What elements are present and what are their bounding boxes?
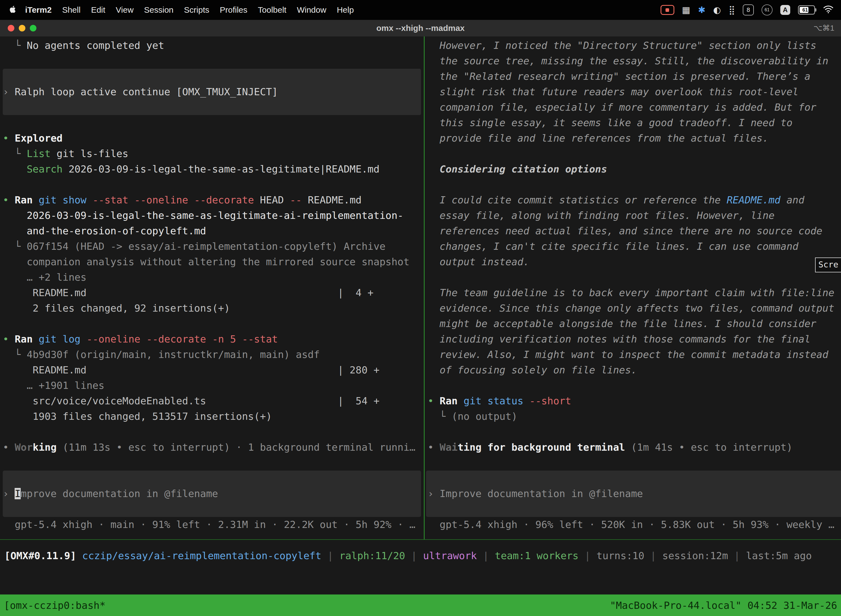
terminal-line — [3, 177, 424, 192]
terminal-line: However, I noticed the "Directory Struct… — [428, 38, 841, 53]
terminal-line — [428, 378, 841, 393]
terminal-line — [3, 471, 424, 486]
terminal-line: Considering citation options — [428, 161, 841, 177]
terminal-line: changes, I can't cite specific file line… — [428, 239, 841, 254]
window-shortcut: ⌥⌘1 — [813, 20, 834, 37]
terminal-line: review. Also, I might want to inspect th… — [428, 347, 841, 362]
terminal-line — [428, 270, 841, 285]
terminal-line: • Ran git status --short — [428, 393, 841, 409]
terminal-line: 2 files changed, 92 insertions(+) — [3, 301, 424, 316]
terminal-line — [3, 115, 424, 131]
tmux-host-clock: "MacBook-Pro-44.local" 04:52 31-Mar-26 — [610, 600, 837, 611]
battery-badge-icon[interactable]: 61 — [762, 4, 772, 15]
dots-grid-icon[interactable]: ⣿ — [729, 5, 735, 15]
terminal-line — [428, 502, 841, 517]
terminal-line: └ List git ls-files — [3, 146, 424, 161]
menu-bar-items: iTerm2 Shell Edit View Session Scripts P… — [0, 5, 359, 15]
terminal-line: └ 4b9d30f (origin/main, instructkr/main,… — [3, 347, 424, 362]
terminal-line: › Improve documentation in @filename — [3, 486, 424, 502]
window-title: omx --xhigh --madmax — [0, 20, 841, 37]
terminal-line: I could cite commit statistics or refere… — [428, 192, 841, 208]
terminal-line: might be acceptable alongside the file l… — [428, 316, 841, 331]
terminal-area: └ No agents completed yet› Ralph loop ac… — [0, 37, 841, 594]
terminal-line: provide file and line references from th… — [428, 131, 841, 146]
input-source-icon[interactable]: A — [780, 5, 790, 15]
left-pane[interactable]: └ No agents completed yet› Ralph loop ac… — [0, 37, 424, 539]
terminal-line: └ (no output) — [428, 409, 841, 424]
terminal-line — [428, 424, 841, 440]
screen: iTerm2 Shell Edit View Session Scripts P… — [0, 0, 841, 616]
menu-item-shell[interactable]: Shell — [62, 5, 81, 15]
omx-status-line: [OMX#0.11.9] cczip/essay/ai-reimplementa… — [0, 548, 841, 563]
right-pane[interactable]: However, I noticed the "Directory Struct… — [425, 37, 841, 539]
terminal-line — [3, 316, 424, 331]
battery-percent: 61 — [799, 6, 812, 14]
terminal-line: slight risk that future readers may over… — [428, 84, 841, 100]
terminal-line: references need actual files, and since … — [428, 223, 841, 239]
menubar-status-icons: ▦ ✱ ◐ ⣿ 8 61 A 61 — [661, 4, 841, 15]
terminal-line — [3, 53, 424, 69]
terminal-line: README.md | 280 + — [3, 362, 424, 378]
sparkle-icon[interactable]: ✱ — [698, 5, 706, 15]
terminal-line: • Ran git show --stat --oneline --decora… — [3, 192, 424, 208]
terminal-line: companion analysis without altering the … — [3, 254, 424, 270]
moon-icon[interactable]: ◐ — [713, 5, 721, 15]
menu-item-toolbelt[interactable]: Toolbelt — [258, 5, 286, 15]
menu-item-session[interactable]: Session — [144, 5, 174, 15]
terminal-line: src/voice/voiceModeEnabled.ts | 54 + — [3, 393, 424, 409]
terminal-line: the source tree, missing the essay. Stil… — [428, 53, 841, 69]
keycap-8-icon[interactable]: 8 — [743, 4, 754, 15]
terminal-line: 2026-03-09-is-legal-the-same-as-legitima… — [3, 208, 424, 223]
terminal-line: Search 2026-03-09-is-legal-the-same-as-l… — [3, 161, 424, 177]
terminal-line — [428, 146, 841, 161]
tmux-status-bar: [omx-cczip0:bash* "MacBook-Pro-44.local"… — [0, 594, 841, 616]
apple-menu[interactable] — [9, 5, 16, 15]
terminal-line: README.md | 4 + — [3, 285, 424, 301]
terminal-line: output instead. — [428, 254, 841, 270]
menu-item-view[interactable]: View — [116, 5, 133, 15]
terminal-line: … +2 lines — [3, 270, 424, 285]
left-pane-lines: └ No agents completed yet› Ralph loop ac… — [3, 38, 424, 532]
menu-item-iterm2[interactable]: iTerm2 — [25, 5, 51, 15]
terminal-line — [3, 424, 424, 440]
terminal-line: … +1901 lines — [3, 378, 424, 393]
grid-icon[interactable]: ▦ — [682, 5, 690, 15]
terminal-line: • Working (11m 13s • esc to interrupt) ·… — [3, 440, 424, 455]
terminal-line: › Ralph loop active continue [OMX_TMUX_I… — [3, 84, 424, 100]
terminal-line: evidence. Since this change only affects… — [428, 301, 841, 316]
terminal-line: • Explored — [3, 131, 424, 146]
wifi-icon[interactable] — [823, 5, 834, 15]
screen-recording-indicator-icon[interactable] — [661, 5, 674, 15]
terminal-line: • Ran git log --oneline --decorate -n 5 … — [3, 331, 424, 347]
apple-logo-icon — [9, 5, 16, 15]
terminal-line: • Waiting for background terminal (1m 41… — [428, 440, 841, 455]
window-title-bar: omx --xhigh --madmax ⌥⌘1 — [0, 20, 841, 37]
terminal-line: essay file, along with finding root file… — [428, 208, 841, 223]
right-pane-lines: However, I noticed the "Directory Struct… — [428, 38, 841, 532]
tmux-session-label: [omx-cczip0:bash* — [4, 600, 105, 611]
terminal-line — [3, 502, 424, 517]
terminal-line: └ 067f154 (HEAD -> essay/ai-reimplementa… — [3, 239, 424, 254]
terminal-line: including verification notes with those … — [428, 331, 841, 347]
terminal-line — [428, 177, 841, 192]
terminal-line: this single essay, it seems like a good … — [428, 115, 841, 131]
pane-divider — [424, 37, 425, 539]
menu-item-window[interactable]: Window — [297, 5, 327, 15]
terminal-line: › Improve documentation in @filename — [428, 486, 841, 502]
terminal-line: gpt-5.4 xhigh · 96% left · 520K in · 5.8… — [428, 517, 841, 532]
menu-item-scripts[interactable]: Scripts — [184, 5, 210, 15]
battery-cap — [815, 8, 816, 12]
recording-stop-icon — [665, 8, 669, 12]
terminal-line: companion file, especially if more comme… — [428, 100, 841, 115]
clipped-overlay: Scre — [815, 258, 841, 273]
horizontal-pane-border — [0, 539, 841, 540]
menu-item-help[interactable]: Help — [337, 5, 354, 15]
macos-menu-bar: iTerm2 Shell Edit View Session Scripts P… — [0, 0, 841, 20]
terminal-line: and-the-erosion-of-copyleft.md — [3, 223, 424, 239]
menu-item-edit[interactable]: Edit — [91, 5, 105, 15]
terminal-line: └ No agents completed yet — [3, 38, 424, 53]
battery-icon[interactable]: 61 — [798, 5, 815, 15]
menu-item-profiles[interactable]: Profiles — [220, 5, 247, 15]
terminal-line: of focusing solely on file lines. — [428, 362, 841, 378]
terminal-line: the "Related research writing" section i… — [428, 69, 841, 84]
